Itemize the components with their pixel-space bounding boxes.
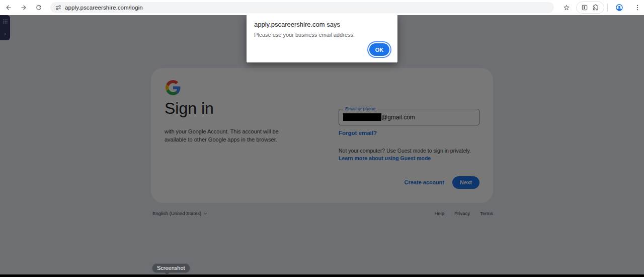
browser-toolbar: apply.pscareershire.com/login: [0, 0, 644, 15]
alert-dialog-title: apply.pscareershire.com says: [254, 21, 340, 28]
extensions-icon[interactable]: [592, 4, 599, 11]
star-icon: [563, 4, 570, 11]
url-text: apply.pscareershire.com/login: [65, 5, 143, 11]
forward-button[interactable]: [17, 1, 30, 14]
tooltip-pointer: [164, 272, 170, 275]
profile-button[interactable]: [613, 1, 626, 14]
alert-dialog: apply.pscareershire.com says Please use …: [247, 15, 397, 62]
site-settings-icon[interactable]: [55, 5, 61, 11]
bookmark-button[interactable]: [560, 1, 573, 14]
ok-button[interactable]: OK: [369, 43, 389, 56]
back-arrow-icon: [5, 4, 12, 11]
account-avatar-icon: [615, 4, 623, 12]
forward-arrow-icon: [20, 4, 27, 11]
kebab-menu-icon: [634, 4, 641, 11]
back-button[interactable]: [2, 1, 15, 14]
bottom-taskbar: [0, 274, 644, 277]
page-content: › Sign in with your Google Account. This…: [0, 15, 644, 277]
reload-button[interactable]: [32, 1, 45, 14]
chrome-menu-button[interactable]: [631, 1, 644, 14]
screenshot-tooltip-label: Screenshot: [152, 263, 190, 273]
toolbar-separator: [607, 4, 608, 12]
alert-dialog-message: Please use your business email address.: [254, 32, 355, 38]
url-bar[interactable]: apply.pscareershire.com/login: [50, 2, 554, 13]
reload-icon: [35, 4, 42, 11]
screenshot-tooltip: Screenshot: [152, 263, 190, 272]
toolbar-extensions-group: [576, 2, 604, 14]
side-panel-icon[interactable]: [581, 4, 588, 11]
